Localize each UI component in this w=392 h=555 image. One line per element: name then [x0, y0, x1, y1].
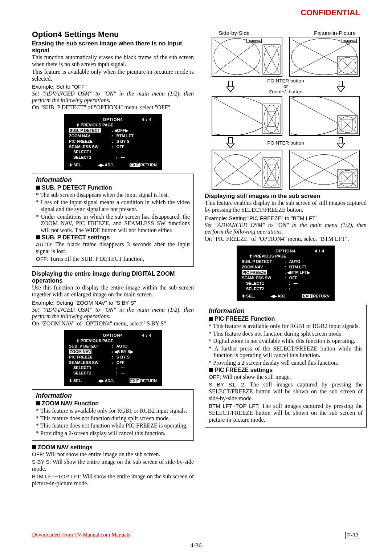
info-item: * Loss of the input signal means a condi…	[36, 199, 190, 212]
info-item: S BY S1, 2: The still images captured by…	[209, 381, 363, 402]
menu-title: Option4 Settings Menu	[32, 30, 194, 39]
body-text: On "ZOOM NAV" of "OPTION4" menu, select …	[32, 320, 194, 327]
setting-item: BTM LFT~TOP LFT: Will show the entire im…	[32, 473, 194, 487]
info-item: * This feature is available only for RGB…	[36, 408, 190, 414]
svg-marker-33	[337, 143, 345, 148]
svg-rect-16	[339, 81, 343, 87]
info-item: * Providing a 2-screen display will canc…	[36, 430, 190, 437]
osd-menu-2: OPTION44 / 4 ⬆ PREVIOUS PAGE SUB. P DETE…	[64, 330, 162, 386]
section-heading: Displaying the entire image during DIGIT…	[32, 270, 194, 284]
page-footer: Downloaded From TV-Manual.com Manuals E-…	[0, 532, 392, 549]
info-heading: Information	[36, 176, 190, 184]
diagram: Side-by-SidePicture-in-Picture RGB/PC1 R…	[205, 30, 367, 190]
body-text: This feature is available only when the …	[32, 69, 194, 82]
example-text: Example: Set to "OFF"	[32, 84, 194, 90]
info-item: * This feature does not function while P…	[36, 422, 190, 429]
settings-heading: ZOOM NAV settings	[32, 444, 194, 451]
info-box-1: Information SUB. P DETECT Function * The…	[32, 174, 194, 267]
info-item: AUTO: The black frame disappears 3 secon…	[36, 241, 190, 255]
setting-item: S BY S: Will show the entire image on th…	[32, 459, 194, 473]
info-item: OFF: Turns off the SUB. P DETECT functio…	[36, 256, 190, 263]
info-item: BTM LFT~TOP LFT: The still images captur…	[209, 403, 363, 424]
info-box-3: Information PIC FREEZE Function * This f…	[205, 305, 367, 427]
page-number-box: E-32	[345, 532, 360, 539]
body-text: On "PIC FREEZE" of "OPTION4" menu, selec…	[205, 236, 367, 243]
down-arrow-icon	[226, 137, 234, 148]
svg-rect-30	[229, 137, 232, 143]
instruction-text: Set "ADVANCED OSM" to "ON" in the main m…	[32, 307, 194, 320]
body-text: On "SUB. P DETECT" of "OPTION4" menu, se…	[32, 104, 194, 111]
info-item: * This feature does not function during …	[36, 415, 190, 422]
info-sub: ZOOM NAV Function	[36, 400, 190, 407]
body-text: This feature enables display in the sub …	[205, 200, 367, 214]
svg-rect-32	[339, 137, 343, 143]
info-item: * This feature does not function during …	[209, 331, 363, 337]
info-item: * Providing a 2-screen display will canc…	[209, 360, 363, 366]
info-item: * Digital zoom is not available while th…	[209, 338, 363, 345]
info-sub: SUB. P DETECT settings	[36, 234, 190, 241]
section-heading: Erasing the sub screen image when there …	[32, 40, 194, 54]
confidential-label: CONFIDENTIAL	[301, 8, 360, 17]
info-heading: Information	[209, 307, 363, 315]
info-sub: PIC FREEZE Function	[209, 316, 363, 322]
instruction-text: Set "ADVANCED OSM" to "ON" in the main m…	[205, 222, 367, 235]
down-arrow-icon	[226, 81, 234, 92]
info-sub: SUB. P DETECT Function	[36, 185, 190, 191]
info-heading: Information	[36, 392, 190, 400]
info-item: * The sub screen disappears when the inp…	[36, 192, 190, 199]
osd-menu-3: OPTION44 / 4 ⬆ PREVIOUS PAGE SUB. P DETE…	[237, 246, 335, 301]
example-text: Example: Setting "ZOOM NAV" to "S BY S"	[32, 300, 194, 306]
body-text: This function automatically erases the b…	[32, 54, 194, 68]
info-sub: PIC FREEZE settings	[209, 367, 363, 373]
svg-point-0	[214, 39, 260, 75]
down-arrow-icon	[337, 137, 345, 148]
info-box-2: Information ZOOM NAV Function * This fea…	[32, 389, 194, 441]
osd-menu-1: OPTION44 / 4 ⬆ PREVIOUS PAGE SUB. P DETE…	[64, 114, 162, 170]
info-item: * This feature is available only for RGB…	[209, 323, 363, 330]
info-item: * Under conditions in which the sub scre…	[36, 214, 190, 234]
down-arrow-icon	[337, 81, 345, 92]
setting-item: OFF: Will not show the entire image on t…	[32, 451, 194, 458]
svg-marker-17	[337, 87, 345, 92]
instruction-text: Set "ADVANCED OSM" to "ON" in the main m…	[32, 90, 194, 104]
info-item: OFF: Will not show the still image.	[209, 374, 363, 381]
body-text: Use this function to display the entire …	[32, 284, 194, 298]
example-text: Example: Setting "PIC FREEZE" to "BTM LF…	[205, 215, 367, 221]
svg-marker-31	[226, 143, 234, 148]
section-heading: Displaying still images in the sub scree…	[205, 193, 367, 199]
info-item: * A further press of the SELECT/FREEZE b…	[209, 345, 363, 359]
svg-marker-15	[226, 87, 234, 92]
download-link[interactable]: Downloaded From TV-Manual.com Manuals	[32, 532, 130, 538]
svg-rect-14	[229, 81, 232, 87]
